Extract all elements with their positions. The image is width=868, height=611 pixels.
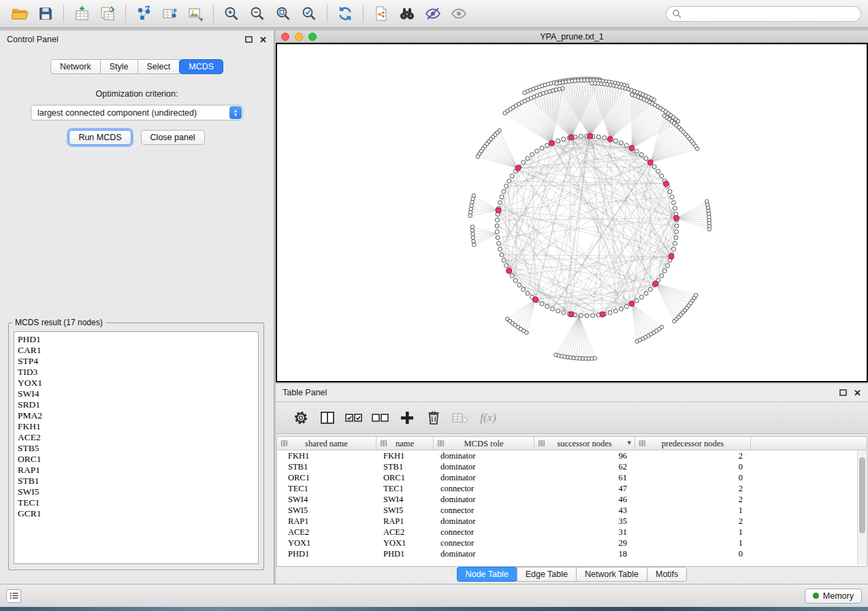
table-cell: FKH1 [376, 450, 434, 461]
mcds-result-item[interactable]: STB1 [18, 476, 255, 486]
select-all-rows-button[interactable] [344, 408, 364, 428]
control-panel: Control Panel ✕ NetworkStyleSelectMCDS O… [0, 31, 274, 584]
run-mcds-button[interactable]: Run MCDS [69, 130, 131, 145]
mcds-result-item[interactable]: TID3 [18, 367, 255, 378]
mcds-result-item[interactable]: ACE2 [18, 432, 255, 443]
save-session-button[interactable] [33, 3, 59, 24]
mcds-result-item[interactable]: SWI4 [18, 389, 255, 399]
search-network-button[interactable] [394, 3, 420, 24]
column-type-icon [437, 440, 445, 447]
network-search-box[interactable] [666, 6, 861, 22]
tab-style[interactable]: Style [100, 59, 138, 74]
mcds-result-item[interactable]: SRD1 [18, 399, 255, 410]
scrollbar-thumb[interactable] [859, 457, 865, 533]
export-image-button[interactable] [182, 3, 208, 24]
table-row[interactable]: ACE2ACE2connector311 [277, 527, 867, 538]
table-cell: 46 [534, 494, 635, 505]
tab-motifs[interactable]: Motifs [647, 567, 687, 582]
columns-icon [319, 410, 336, 426]
mcds-result-item[interactable]: PHD1 [18, 334, 255, 345]
optimization-dropdown[interactable]: largest connected component (undirected)… [31, 105, 243, 120]
function-builder-button[interactable]: f(x) [477, 408, 497, 428]
column-header-successor-nodes[interactable]: successor nodes▾ [534, 437, 635, 450]
network-graph[interactable] [277, 44, 867, 381]
delete-table-button-disabled [450, 408, 470, 428]
plus-icon [400, 410, 415, 425]
column-header-MCDS-role[interactable]: MCDS role [434, 437, 534, 450]
table-row[interactable]: RAP1RAP1dominator352 [277, 516, 867, 527]
table-cell: dominator [434, 548, 534, 559]
table-row[interactable]: STB1STB1dominator620 [277, 461, 867, 472]
import-table-from-file-button[interactable] [69, 3, 95, 24]
mcds-result-item[interactable]: SWI5 [18, 486, 255, 497]
mcds-result-item[interactable]: CAR1 [18, 345, 255, 356]
table-row[interactable]: FKH1FKH1dominator962 [277, 450, 867, 461]
mcds-result-item[interactable]: STP4 [18, 356, 255, 367]
tab-network[interactable]: Network [50, 59, 101, 74]
table-row[interactable]: YOX1YOX1connector291 [277, 538, 867, 548]
table-settings-button[interactable] [291, 408, 311, 428]
table-row[interactable]: SWI4SWI4dominator462 [277, 494, 867, 505]
close-panel-icon[interactable]: ✕ [259, 35, 267, 45]
mcds-result-item[interactable]: GCR1 [18, 508, 255, 519]
tab-node-table[interactable]: Node Table [457, 567, 517, 582]
table-cell: 2 [635, 450, 751, 461]
zoom-fit-button[interactable] [270, 3, 296, 24]
mcds-result-item[interactable]: YOX1 [18, 378, 255, 389]
tab-mcds[interactable]: MCDS [179, 59, 223, 74]
table-cell: 2 [635, 494, 751, 505]
mcds-result-item[interactable]: STB5 [18, 443, 255, 454]
delete-table-icon [451, 410, 469, 425]
import-network-button[interactable] [131, 3, 157, 24]
table-panel-title: Table Panel [283, 388, 327, 397]
delete-columns-button[interactable] [423, 408, 444, 428]
zoom-out-button[interactable] [244, 3, 270, 24]
mcds-result-item[interactable]: ORC1 [18, 454, 255, 465]
control-panel-tabs: NetworkStyleSelectMCDS [0, 59, 274, 74]
network-from-table-button[interactable] [157, 3, 182, 24]
tab-network-table[interactable]: Network Table [576, 567, 647, 582]
table-cell: 96 [534, 450, 635, 461]
table-row[interactable]: PHD1PHD1dominator180 [277, 548, 867, 559]
table-cell: dominator [434, 450, 534, 461]
zoom-selected-button[interactable] [296, 3, 322, 24]
search-input[interactable] [685, 9, 855, 18]
table-cell: TEC1 [376, 483, 434, 494]
mcds-result-item[interactable]: RAP1 [18, 465, 255, 476]
mcds-result-item[interactable]: TEC1 [18, 497, 255, 508]
column-type-icon [380, 440, 387, 447]
refresh-layout-button[interactable] [332, 3, 358, 24]
panel-menu-button[interactable] [6, 589, 21, 603]
mcds-result-list[interactable]: PHD1CAR1STP4TID3YOX1SWI4SRD1PMA2FKH1ACE2… [14, 331, 259, 564]
network-window-titlebar[interactable]: YPA_prune.txt_1 [276, 31, 868, 43]
table-row[interactable]: SWI5SWI5connector431 [277, 505, 867, 516]
show-columns-button[interactable] [317, 408, 338, 428]
network-canvas[interactable] [276, 43, 868, 382]
float-panel-icon[interactable] [245, 36, 253, 43]
close-panel-icon[interactable]: ✕ [854, 388, 861, 398]
add-column-button[interactable] [397, 408, 417, 428]
zoom-in-button[interactable] [219, 3, 244, 24]
memory-button[interactable]: Memory [805, 589, 862, 604]
column-header-name[interactable]: name [376, 437, 434, 450]
table-vertical-scrollbar[interactable] [857, 450, 866, 565]
deselect-all-rows-button[interactable] [370, 408, 391, 428]
open-file-button[interactable] [7, 3, 33, 24]
float-panel-icon[interactable] [839, 389, 847, 396]
column-header-predecessor-nodes[interactable]: predecessor nodes [635, 437, 751, 450]
close-panel-button[interactable]: Close panel [141, 130, 205, 145]
column-header-shared-name[interactable]: shared name [277, 437, 376, 450]
import-table-button[interactable] [95, 3, 120, 24]
mcds-result-item[interactable]: FKH1 [18, 421, 255, 432]
column-type-icon [639, 440, 646, 447]
hide-selected-button[interactable] [420, 3, 446, 24]
table-cell: PHD1 [277, 548, 376, 559]
mcds-result-item[interactable]: PMA2 [18, 410, 255, 421]
table-row[interactable]: TEC1TEC1connector472 [277, 483, 867, 494]
export-network-button[interactable] [368, 3, 394, 24]
tab-select[interactable]: Select [138, 59, 180, 74]
table-column-headers: shared namenameMCDS rolesuccessor nodes▾… [277, 437, 867, 450]
table-row[interactable]: ORC1ORC1dominator610 [277, 472, 867, 483]
show-all-button[interactable] [446, 3, 472, 24]
tab-edge-table[interactable]: Edge Table [517, 567, 577, 582]
